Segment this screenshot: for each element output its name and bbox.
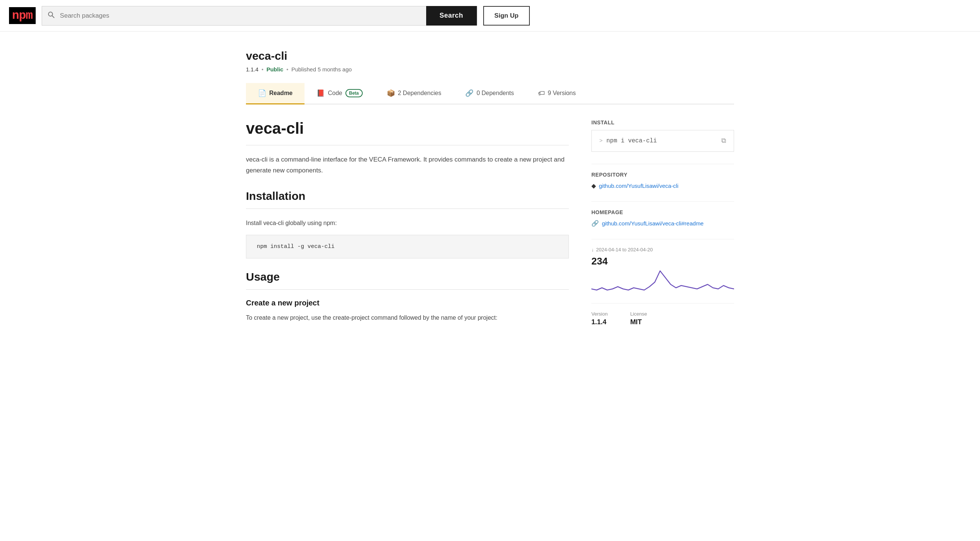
tab-readme[interactable]: 📄 Readme — [246, 83, 304, 104]
sidebar-meta: Version 1.1.4 License MIT — [591, 311, 734, 326]
readme-content: veca-cli veca-cli is a command-line inte… — [246, 120, 569, 329]
svg-line-1 — [52, 16, 54, 18]
search-container: Search — [42, 6, 477, 26]
header: npm Search Sign Up — [0, 0, 980, 32]
homepage-label: Homepage — [591, 209, 734, 215]
downloads-chart — [591, 269, 734, 291]
repository-link[interactable]: ◆ github.com/YusufLisawi/veca-cli — [591, 182, 734, 189]
create-project-text: To create a new project, use the create-… — [246, 313, 569, 323]
tab-code[interactable]: 📕 Code Beta — [304, 83, 374, 104]
dependents-tab-label: 0 Dependents — [476, 90, 514, 97]
sidebar-version: Version 1.1.4 — [591, 311, 608, 326]
npm-logo: npm — [9, 7, 36, 24]
installation-heading: Installation — [246, 190, 569, 203]
installation-text: Install veca-cli globally using npm: — [246, 218, 569, 228]
deps-tab-label: 2 Dependencies — [398, 90, 442, 97]
deps-tab-icon: 📦 — [387, 89, 395, 97]
readme-tab-label: Readme — [269, 90, 293, 97]
install-label: Install — [591, 120, 734, 126]
readme-tab-icon: 📄 — [258, 89, 266, 97]
installation-divider — [246, 209, 569, 209]
versions-tab-label: 9 Versions — [548, 90, 576, 97]
homepage-icon: 🔗 — [591, 220, 599, 227]
package-meta: 1.1.4 • Public • Published 5 months ago — [246, 66, 734, 72]
sidebar-divider-1 — [591, 164, 734, 164]
main-content: veca-cli 1.1.4 • Public • Published 5 mo… — [216, 32, 764, 352]
version-value: 1.1.4 — [591, 318, 608, 326]
package-visibility: Public — [267, 66, 283, 72]
install-command: > npm i veca-cli — [599, 137, 657, 144]
code-tab-label: Code — [328, 90, 342, 97]
sidebar-divider-4 — [591, 303, 734, 303]
search-button[interactable]: Search — [426, 6, 477, 26]
usage-heading: Usage — [246, 270, 569, 283]
package-title: veca-cli — [246, 49, 734, 62]
readme-description: veca-cli is a command-line interface for… — [246, 155, 569, 176]
install-cmd-text: npm i veca-cli — [606, 137, 657, 144]
sidebar-homepage: Homepage 🔗 github.com/YusufLisawi/veca-c… — [591, 209, 734, 227]
create-project-heading: Create a new project — [246, 299, 569, 307]
sidebar-divider-3 — [591, 239, 734, 239]
usage-divider — [246, 289, 569, 290]
search-icon — [42, 11, 60, 20]
sidebar-repository: Repository ◆ github.com/YusufLisawi/veca… — [591, 172, 734, 189]
homepage-link[interactable]: 🔗 github.com/YusufLisawi/veca-cli#readme — [591, 220, 734, 227]
readme-divider — [246, 145, 569, 145]
license-label: License — [630, 311, 647, 317]
sidebar-downloads: ↓ 2024-04-14 to 2024-04-20 234 — [591, 247, 734, 291]
license-value: MIT — [630, 318, 647, 326]
sidebar-divider-2 — [591, 201, 734, 202]
tabs-nav: 📄 Readme 📕 Code Beta 📦 2 Dependencies 🔗 … — [246, 83, 734, 104]
search-input[interactable] — [60, 12, 426, 19]
dependents-tab-icon: 🔗 — [465, 89, 474, 97]
content-layout: veca-cli veca-cli is a command-line inte… — [246, 104, 734, 329]
tab-dependencies[interactable]: 📦 2 Dependencies — [375, 83, 453, 104]
install-code: npm install -g veca-cli — [257, 243, 334, 250]
sidebar: Install > npm i veca-cli ⧉ Repository ◆ … — [591, 120, 734, 329]
code-tab-icon: 📕 — [317, 89, 325, 97]
readme-title: veca-cli — [246, 120, 569, 137]
install-box: > npm i veca-cli ⧉ — [591, 130, 734, 152]
repository-label: Repository — [591, 172, 734, 178]
sidebar-install: Install > npm i veca-cli ⧉ — [591, 120, 734, 152]
package-version: 1.1.4 — [246, 66, 258, 72]
downloads-count: 234 — [591, 255, 734, 267]
tab-dependents[interactable]: 🔗 0 Dependents — [453, 83, 526, 104]
install-code-block: npm install -g veca-cli — [246, 235, 569, 259]
versions-tab-icon: 🏷 — [538, 89, 545, 97]
copy-icon[interactable]: ⧉ — [721, 137, 726, 145]
sidebar-license: License MIT — [630, 311, 647, 326]
package-published: Published 5 months ago — [291, 66, 352, 72]
beta-badge: Beta — [345, 89, 363, 97]
version-label: Version — [591, 311, 608, 317]
homepage-url: github.com/YusufLisawi/veca-cli#readme — [602, 220, 704, 227]
downloads-range: ↓ 2024-04-14 to 2024-04-20 — [591, 247, 734, 252]
tab-versions[interactable]: 🏷 9 Versions — [526, 83, 588, 104]
repository-url: github.com/YusufLisawi/veca-cli — [599, 183, 678, 189]
signup-button[interactable]: Sign Up — [483, 6, 530, 26]
repository-icon: ◆ — [591, 182, 596, 189]
install-prompt: > — [599, 138, 603, 144]
